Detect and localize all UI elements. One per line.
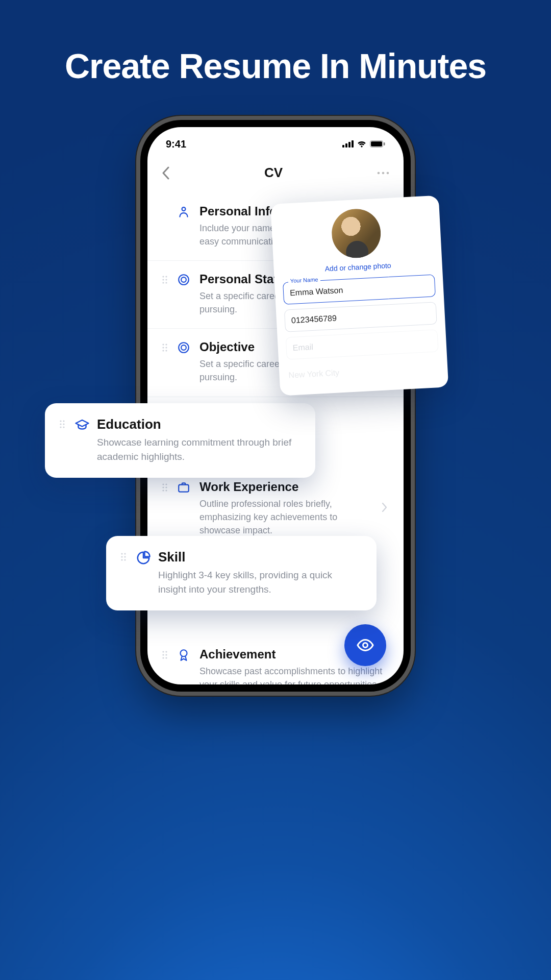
person-icon (177, 205, 191, 248)
svg-rect-6 (384, 142, 385, 145)
personal-info-popup: Add or change photo Your Name Emma Watso… (270, 195, 448, 396)
svg-point-11 (162, 276, 164, 278)
section-desc: Showcase learning commitment through bri… (97, 435, 301, 463)
more-horizontal-icon (377, 172, 389, 175)
svg-point-25 (179, 343, 189, 353)
svg-point-10 (182, 207, 186, 211)
status-time: 9:41 (166, 138, 186, 150)
section-desc: Highlight 3-4 key skills, providing a qu… (158, 568, 362, 596)
page-title: CV (264, 165, 283, 181)
headline: Create Resume In Minutes (0, 46, 551, 86)
svg-point-41 (363, 643, 368, 648)
svg-point-22 (165, 347, 167, 349)
name-value: Emma Watson (290, 286, 343, 297)
svg-point-28 (165, 483, 167, 485)
avatar[interactable] (331, 208, 382, 259)
svg-point-52 (121, 559, 122, 560)
section-desc: Showcase past accomplishments to highlig… (199, 665, 389, 684)
svg-point-37 (165, 654, 167, 655)
more-button[interactable] (377, 172, 389, 175)
drag-handle-icon[interactable] (162, 275, 169, 316)
eye-icon (356, 636, 374, 654)
svg-point-27 (162, 483, 164, 485)
award-icon (177, 648, 191, 684)
svg-point-13 (162, 279, 164, 281)
svg-point-47 (63, 426, 64, 428)
chevron-left-icon (162, 166, 170, 180)
svg-point-43 (63, 420, 64, 422)
svg-point-14 (165, 279, 167, 281)
drag-handle-icon[interactable] (59, 420, 66, 463)
svg-point-19 (162, 344, 164, 346)
svg-point-46 (60, 426, 61, 428)
email-field[interactable]: Email (286, 329, 439, 360)
svg-point-53 (124, 559, 126, 560)
drag-handle-icon[interactable] (162, 343, 169, 384)
svg-point-35 (165, 651, 167, 652)
section-education-card[interactable]: Education Showcase learning commitment t… (45, 403, 315, 478)
svg-point-40 (181, 650, 187, 656)
svg-point-51 (124, 556, 126, 557)
graduation-cap-icon (74, 418, 89, 463)
svg-point-50 (121, 556, 122, 557)
svg-rect-33 (179, 484, 189, 492)
section-desc: Outline professional roles briefly, emph… (199, 497, 371, 537)
svg-point-16 (165, 282, 167, 284)
target-icon (177, 273, 191, 316)
svg-point-30 (165, 486, 167, 488)
back-button[interactable] (162, 166, 170, 180)
briefcase-icon (177, 481, 191, 537)
svg-point-32 (165, 489, 167, 491)
svg-point-36 (162, 654, 164, 655)
svg-rect-5 (371, 141, 382, 146)
svg-point-20 (165, 344, 167, 346)
svg-point-42 (60, 420, 61, 422)
svg-point-15 (162, 282, 164, 284)
section-skill-card[interactable]: Skill Highlight 3-4 key skills, providin… (106, 536, 377, 610)
chevron-right-icon (381, 502, 389, 514)
svg-point-7 (378, 172, 380, 174)
nav-bar: CV (147, 154, 404, 193)
svg-point-23 (162, 350, 164, 352)
svg-point-45 (63, 423, 64, 425)
city-field[interactable]: New York City (287, 357, 440, 386)
name-field[interactable]: Your Name Emma Watson (283, 274, 436, 305)
wifi-icon (357, 140, 367, 148)
svg-point-21 (162, 347, 164, 349)
svg-point-18 (181, 277, 186, 282)
svg-rect-2 (348, 142, 350, 148)
pie-chart-icon (136, 550, 150, 596)
section-title: Skill (158, 549, 362, 565)
preview-fab[interactable] (344, 624, 386, 666)
cellular-icon (342, 140, 354, 148)
name-label: Your Name (288, 276, 320, 284)
target-icon (177, 341, 191, 384)
svg-point-9 (387, 172, 389, 174)
svg-point-49 (124, 553, 126, 554)
svg-point-39 (165, 657, 167, 658)
svg-point-17 (179, 275, 189, 285)
drag-handle-icon[interactable] (162, 483, 169, 537)
svg-point-48 (121, 553, 122, 554)
svg-rect-3 (352, 140, 354, 148)
svg-point-31 (162, 489, 164, 491)
svg-point-8 (382, 172, 385, 174)
change-photo-link[interactable]: Add or change photo (282, 259, 434, 275)
section-title: Education (97, 416, 301, 432)
svg-rect-1 (345, 143, 347, 148)
drag-handle-icon[interactable] (162, 650, 169, 684)
drag-handle-icon[interactable] (120, 552, 128, 596)
svg-point-26 (181, 346, 186, 351)
svg-rect-0 (342, 145, 344, 148)
phone-field[interactable]: 0123456789 (284, 302, 437, 332)
svg-point-12 (165, 276, 167, 278)
battery-icon (370, 140, 385, 148)
svg-point-44 (60, 423, 61, 425)
status-bar: 9:41 (147, 127, 404, 154)
svg-point-38 (162, 657, 164, 658)
svg-point-34 (162, 651, 164, 652)
status-icons (342, 140, 385, 148)
section-title: Work Experience (199, 480, 371, 494)
svg-point-24 (165, 350, 167, 352)
svg-point-29 (162, 486, 164, 488)
